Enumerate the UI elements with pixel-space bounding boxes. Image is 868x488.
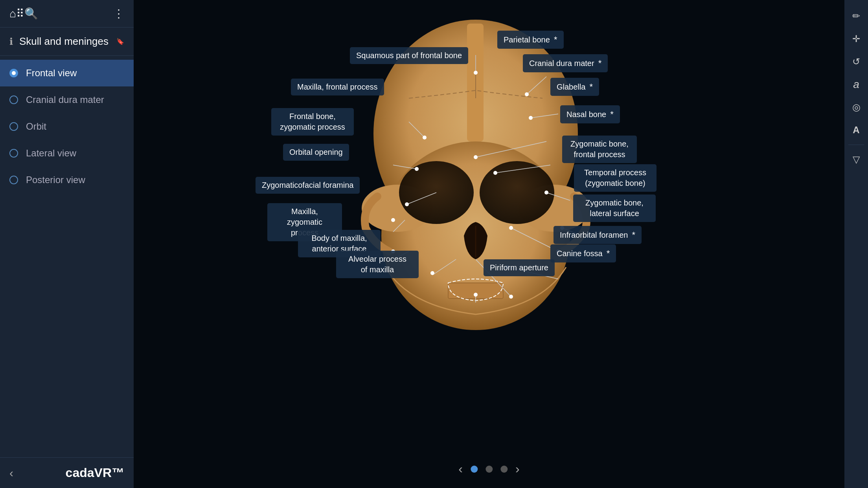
pencil-button[interactable]: ✏	[846, 6, 866, 26]
nav-dot	[9, 69, 18, 77]
bookmark-icon[interactable]: 🔖	[116, 38, 124, 45]
svg-point-24	[405, 202, 409, 206]
sidebar-item-frontal-view[interactable]: Frontal view	[0, 60, 134, 86]
sidebar-item-posterior-view[interactable]: Posterior view	[0, 167, 134, 193]
more-icon[interactable]: ⋮	[113, 7, 124, 20]
text-button[interactable]: A	[846, 120, 866, 140]
svg-point-10	[474, 71, 478, 75]
nav-label: Orbit	[26, 121, 46, 132]
annotate-button[interactable]: a	[846, 75, 866, 94]
skull-svg	[134, 0, 841, 432]
svg-point-22	[493, 171, 497, 175]
home-icon[interactable]: ⌂	[9, 7, 16, 20]
label-alveolar[interactable]: Alveolar processof maxilla	[336, 251, 419, 278]
sidebar-top-bar: ⌂ ⠿ 🔍 ⋮	[0, 0, 134, 28]
search-icon[interactable]: 🔍	[24, 7, 38, 20]
svg-point-14	[529, 116, 533, 120]
nav-label: Cranial dura mater	[26, 94, 104, 105]
next-button[interactable]: ›	[515, 462, 520, 476]
sidebar-bottom: ‹ cadaVR™	[0, 457, 134, 488]
info-icon: ℹ	[9, 36, 13, 47]
page-dot-1[interactable]	[471, 466, 478, 473]
svg-point-18	[474, 155, 478, 159]
svg-point-44	[509, 295, 513, 299]
sidebar-item-orbit[interactable]: Orbit	[0, 113, 134, 140]
prev-button[interactable]: ‹	[458, 462, 463, 476]
rotate-button[interactable]: ↺	[846, 52, 866, 72]
svg-point-26	[544, 191, 548, 194]
skull-area: Squamous part of frontal bone Parietal b…	[134, 0, 844, 488]
move-button[interactable]: ✛	[846, 29, 866, 49]
nav-dot	[9, 95, 18, 104]
svg-point-36	[430, 271, 434, 275]
sidebar-title: Skull and meninges	[19, 35, 108, 48]
label-squamous-frontal[interactable]: Squamous part of frontal bone	[350, 47, 468, 64]
label-infraorbital[interactable]: Infraorbital foramen *	[554, 226, 642, 244]
sidebar-nav: Frontal view Cranial dura mater Orbit La…	[0, 56, 134, 457]
label-temporal-process[interactable]: Temporal process(zygomatic bone)	[574, 164, 657, 192]
pagination: ‹ ›	[458, 462, 519, 476]
nav-dot	[9, 122, 18, 131]
sidebar: ⌂ ⠿ 🔍 ⋮ ℹ Skull and meninges 🔖 Frontal v…	[0, 0, 134, 488]
page-dot-2[interactable]	[485, 466, 493, 473]
label-cranial-dura[interactable]: Cranial dura mater *	[523, 54, 608, 72]
nav-dot	[9, 149, 18, 158]
label-piriform[interactable]: Piriform aperture	[484, 259, 555, 276]
filter-button[interactable]: ▽	[846, 150, 866, 169]
label-parietal-bone[interactable]: Parietal bone *	[497, 31, 564, 49]
nav-label: Frontal view	[26, 68, 77, 79]
nav-dot	[9, 176, 18, 184]
nav-label: Posterior view	[26, 174, 85, 185]
label-nasal-bone[interactable]: Nasal bone *	[560, 105, 620, 123]
svg-point-40	[474, 293, 478, 297]
svg-point-38	[509, 226, 513, 230]
sidebar-item-cranial-dura[interactable]: Cranial dura mater	[0, 86, 134, 113]
label-zygomatic-frontal[interactable]: Zygomatic bone,frontal process	[562, 136, 637, 163]
sidebar-item-lateral-view[interactable]: Lateral view	[0, 140, 134, 167]
label-glabella[interactable]: Glabella *	[550, 78, 599, 96]
right-toolbar: ✏ ✛ ↺ a ◎ A ▽	[844, 0, 868, 488]
nav-label: Lateral view	[26, 148, 76, 159]
svg-point-28	[391, 218, 395, 222]
label-orbital-opening[interactable]: Orbital opening	[283, 144, 349, 161]
label-canine-fossa[interactable]: Canine fossa *	[550, 244, 616, 262]
toolbar-divider	[848, 145, 864, 145]
label-maxilla-frontal[interactable]: Maxilla, frontal process	[291, 79, 384, 95]
label-zygomaticofacial[interactable]: Zygomaticofacial foramina	[256, 177, 360, 194]
svg-point-16	[423, 136, 427, 139]
brand-logo: cadaVR™	[66, 466, 124, 480]
main-content: Squamous part of frontal bone Parietal b…	[134, 0, 844, 488]
svg-point-6	[480, 161, 554, 224]
sidebar-title-row: ℹ Skull and meninges 🔖	[0, 28, 134, 56]
page-dot-3[interactable]	[500, 466, 508, 473]
label-frontal-zygomatic[interactable]: Frontal bone,zygomatic process	[271, 108, 354, 136]
grid-icon[interactable]: ⠿	[16, 7, 24, 20]
svg-point-20	[415, 167, 419, 171]
pin-button[interactable]: ◎	[846, 97, 866, 117]
back-button[interactable]: ‹	[9, 466, 13, 480]
svg-point-12	[525, 92, 529, 96]
label-zygomatic-lateral[interactable]: Zygomatic bone,lateral surface	[573, 194, 656, 222]
